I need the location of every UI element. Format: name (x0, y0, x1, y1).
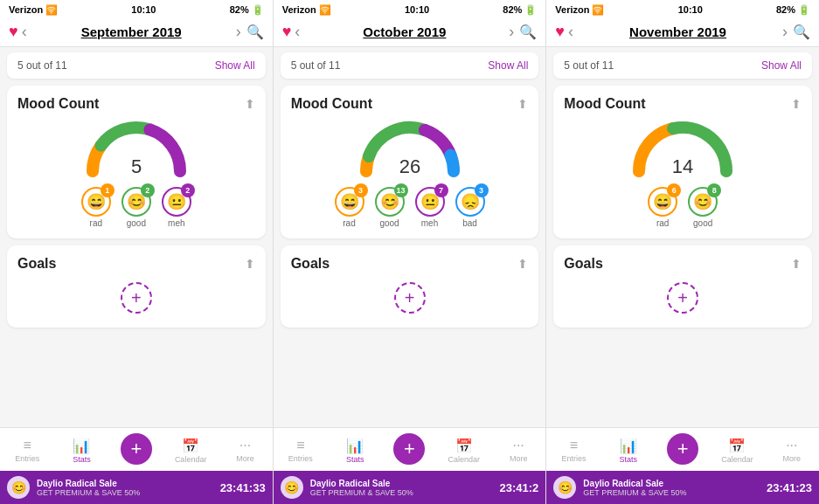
tab-item-calendar[interactable]: 📅 Calendar (163, 438, 218, 464)
add-entry-button[interactable]: + (393, 433, 425, 465)
mood-item-meh: 😐 7 meh (415, 187, 445, 228)
promo-bar[interactable]: 😊 Daylio Radical Sale GET PREMIUM & SAVE… (0, 471, 273, 504)
mood-count-title: Mood Count (291, 96, 372, 112)
mood-count-card: Mood Count ⬆ 14 😄 6 rad (553, 86, 812, 238)
phones-container: Verizon 🛜 10:10 82% 🔋 ♥ ‹ September 2019… (0, 0, 819, 504)
goals-add-icon[interactable]: + (667, 282, 698, 314)
nav-title: November 2019 (629, 24, 726, 39)
tab-icon-more: ··· (512, 438, 524, 453)
goals-add-icon[interactable]: + (394, 282, 426, 314)
add-entry-button[interactable]: + (667, 433, 698, 465)
tab-item-stats[interactable]: 📊 Stats (601, 438, 656, 464)
tab-item-more[interactable]: ··· More (491, 438, 545, 463)
scroll-area[interactable]: 5 out of 11 Show All Mood Count ⬆ 26 😄 3 (274, 47, 546, 427)
mood-label-good: good (127, 218, 146, 228)
app-heart-icon: ♥ (555, 23, 565, 41)
status-left: Verizon 🛜 (282, 4, 331, 16)
app-heart-icon: ♥ (9, 23, 18, 41)
promo-bar[interactable]: 😊 Daylio Radical Sale GET PREMIUM & SAVE… (274, 471, 546, 504)
count-text: 5 out of 11 (564, 59, 614, 72)
tab-item-entries[interactable]: ≡ Entries (0, 438, 54, 463)
search-icon[interactable]: 🔍 (793, 24, 810, 40)
carrier: Verizon (555, 4, 589, 15)
tab-plus-item[interactable]: + (109, 437, 163, 465)
phone-sept: Verizon 🛜 10:10 82% 🔋 ♥ ‹ September 2019… (0, 0, 274, 504)
goals-share-icon[interactable]: ⬆ (517, 257, 528, 271)
promo-subtitle: GET PREMIUM & SAVE 50% (583, 488, 760, 497)
mood-item-rad: 😄 1 rad (81, 187, 111, 228)
next-arrow[interactable]: › (782, 23, 788, 41)
show-all-bar: 5 out of 11 Show All (281, 52, 539, 79)
tab-plus-item[interactable]: + (382, 437, 436, 465)
tab-item-stats[interactable]: 📊 Stats (328, 438, 382, 464)
show-all-link[interactable]: Show All (488, 59, 528, 72)
mood-row: 😄 3 rad 😊 13 good (291, 187, 529, 228)
prev-arrow[interactable]: ‹ (568, 23, 573, 41)
carrier: Verizon (9, 4, 43, 15)
share-icon[interactable]: ⬆ (245, 97, 255, 111)
status-right: 82% 🔋 (503, 4, 537, 16)
tab-plus-item[interactable]: + (656, 437, 710, 465)
phone-oct: Verizon 🛜 10:10 82% 🔋 ♥ ‹ October 2019 ›… (274, 0, 547, 504)
mood-item-good: 😊 8 good (688, 187, 718, 228)
goals-add-icon[interactable]: + (121, 282, 152, 314)
mood-badge-meh: 7 (434, 183, 448, 197)
share-icon[interactable]: ⬆ (517, 97, 528, 111)
tab-item-calendar[interactable]: 📅 Calendar (437, 438, 491, 464)
mood-item-rad: 😄 3 rad (335, 187, 364, 228)
tab-item-calendar[interactable]: 📅 Calendar (710, 438, 764, 464)
mood-icon-wrap: 😄 6 (648, 187, 677, 217)
nav-title: October 2019 (363, 24, 446, 39)
tab-item-more[interactable]: ··· More (765, 438, 819, 463)
promo-bar[interactable]: 😊 Daylio Radical Sale GET PREMIUM & SAVE… (546, 471, 819, 504)
status-time: 10:10 (131, 4, 156, 15)
promo-timer: 23:41:2 (500, 481, 539, 494)
tab-icon-entries: ≡ (570, 438, 578, 453)
tab-item-stats[interactable]: 📊 Stats (54, 438, 108, 464)
scroll-area[interactable]: 5 out of 11 Show All Mood Count ⬆ 14 😄 6 (546, 47, 819, 427)
prev-arrow[interactable]: ‹ (22, 23, 27, 41)
share-icon[interactable]: ⬆ (791, 97, 802, 111)
mood-badge-good: 2 (141, 183, 155, 197)
mood-badge-rad: 1 (101, 183, 115, 197)
goals-share-icon[interactable]: ⬆ (245, 257, 255, 271)
mood-item-rad: 😄 6 rad (648, 187, 677, 228)
add-entry-button[interactable]: + (121, 433, 152, 465)
tab-label-stats: Stats (346, 455, 364, 464)
tab-label-calendar: Calendar (721, 455, 753, 464)
tab-icon-calendar: 📅 (728, 438, 746, 454)
tab-label-entries: Entries (15, 454, 39, 463)
tab-icon-stats: 📊 (73, 438, 90, 454)
donut-container: 5 (17, 119, 255, 180)
prev-arrow[interactable]: ‹ (295, 23, 300, 41)
tab-item-entries[interactable]: ≡ Entries (274, 438, 328, 463)
tab-item-more[interactable]: ··· More (218, 438, 272, 463)
mood-label-good: good (693, 218, 712, 228)
mood-badge-meh: 2 (181, 183, 195, 197)
tab-item-entries[interactable]: ≡ Entries (546, 438, 600, 463)
next-arrow[interactable]: › (509, 23, 514, 41)
search-icon[interactable]: 🔍 (519, 24, 537, 40)
goals-card-header: Goals ⬆ (291, 256, 529, 272)
card-header: Mood Count ⬆ (564, 96, 802, 112)
mood-icon-wrap: 😄 1 (81, 187, 111, 217)
promo-title: Daylio Radical Sale (310, 479, 493, 488)
tab-icon-entries: ≡ (296, 438, 304, 453)
svg-text:5: 5 (131, 155, 142, 177)
svg-text:26: 26 (399, 155, 420, 177)
show-all-link[interactable]: Show All (215, 59, 255, 72)
show-all-bar: 5 out of 11 Show All (553, 52, 812, 79)
battery-pct: 82% (776, 4, 795, 15)
next-arrow[interactable]: › (236, 23, 241, 41)
mood-label-meh: meh (421, 218, 438, 228)
goals-share-icon[interactable]: ⬆ (791, 257, 802, 271)
mood-label-rad: rad (90, 218, 102, 228)
promo-avatar: 😊 (7, 476, 30, 499)
tab-bar: ≡ Entries 📊 Stats + 📅 Calendar ··· More (546, 427, 819, 471)
tab-bar: ≡ Entries 📊 Stats + 📅 Calendar ··· More (274, 427, 546, 471)
show-all-link[interactable]: Show All (761, 59, 802, 72)
scroll-area[interactable]: 5 out of 11 Show All Mood Count ⬆ 5 😄 1 (0, 47, 273, 427)
mood-label-meh: meh (168, 218, 184, 228)
mood-label-rad: rad (656, 218, 669, 228)
search-icon[interactable]: 🔍 (246, 24, 264, 40)
